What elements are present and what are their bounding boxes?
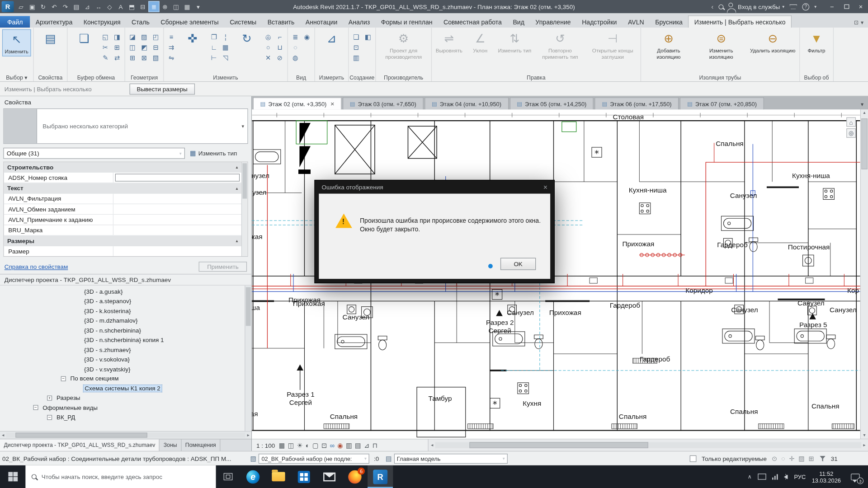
create-assembly-button[interactable]: ◧ bbox=[363, 32, 373, 42]
taskbar-app-revit[interactable]: R bbox=[368, 465, 393, 488]
section-icon[interactable]: ⊟ bbox=[137, 1, 148, 12]
tree-expander[interactable]: + bbox=[47, 395, 52, 400]
browser-tab[interactable]: Зоны bbox=[160, 439, 181, 451]
revit-app-icon[interactable]: R bbox=[2, 1, 14, 12]
ribbon-tab-steel[interactable]: Сталь bbox=[126, 16, 155, 28]
customize-qat-icon[interactable]: ▾ bbox=[193, 1, 203, 12]
dialog-close-icon[interactable]: × bbox=[543, 183, 547, 191]
chevron-down-icon[interactable]: ▾ bbox=[241, 123, 244, 129]
property-value[interactable] bbox=[113, 225, 241, 235]
close-view-icon[interactable]: × bbox=[330, 100, 335, 108]
beam-cope-button[interactable]: ◩ bbox=[139, 42, 149, 52]
dialog-title-bar[interactable]: Ошибка отображения × bbox=[315, 180, 554, 193]
close-button[interactable]: × bbox=[854, 0, 868, 13]
redo-icon[interactable]: ↷ bbox=[60, 1, 71, 12]
wall-joins-button[interactable]: ⊞ bbox=[127, 52, 138, 63]
app-store-cart-icon[interactable] bbox=[789, 4, 797, 9]
scale-button[interactable]: ◹ bbox=[220, 52, 231, 63]
properties-button[interactable]: ▤ bbox=[36, 29, 65, 48]
measure-icon[interactable]: ⊿ bbox=[82, 1, 93, 12]
properties-filter-combo[interactable]: Общие (31) ▾ bbox=[3, 148, 185, 159]
move-button[interactable]: ✜ bbox=[178, 29, 207, 48]
filter-icon[interactable] bbox=[819, 455, 826, 462]
detail-level-icon[interactable]: ▦ bbox=[279, 441, 285, 449]
browser-item[interactable]: {3D - s.zhumaev} bbox=[0, 345, 251, 354]
hide-elements-button[interactable]: ◌ bbox=[290, 42, 301, 52]
ribbon-tab-insert[interactable]: Вставить bbox=[262, 16, 300, 28]
taskbar-app-store[interactable] bbox=[291, 465, 316, 488]
view-tab[interactable]: ▤Этаж 07 (отм. +20,850) bbox=[680, 98, 764, 110]
canvas-scrollbar-horizontal[interactable]: ◄ ► bbox=[428, 439, 868, 451]
taskbar-app-mail[interactable] bbox=[316, 465, 342, 488]
unjoin-button[interactable]: ⊟ bbox=[151, 42, 161, 52]
tray-expand-icon[interactable]: ∧ bbox=[748, 474, 752, 479]
offset-geometry-button[interactable]: ▧ bbox=[151, 52, 161, 63]
worksets-icon[interactable]: ▧ bbox=[250, 455, 256, 462]
scrollbar-thumb[interactable] bbox=[242, 163, 247, 198]
array-button[interactable]: ▦ bbox=[220, 42, 231, 52]
ribbon-tab-architecture[interactable]: Архитектура bbox=[30, 16, 78, 28]
ribbon-tab-brusnika[interactable]: Брусника bbox=[650, 16, 688, 28]
modify-button[interactable]: ↖Изменить bbox=[2, 29, 31, 56]
property-section[interactable]: Размеры▴ bbox=[4, 236, 241, 246]
select-underlay-icon[interactable]: ◌ bbox=[781, 455, 785, 462]
paste-button[interactable]: ❏ bbox=[70, 29, 99, 48]
property-value[interactable] bbox=[113, 246, 241, 256]
create-similar-button[interactable]: ⊡ bbox=[351, 42, 361, 52]
ribbon-tab-massing-site[interactable]: Формы и генплан bbox=[376, 16, 438, 28]
editable-only-checkbox[interactable] bbox=[690, 455, 697, 462]
demolish-button[interactable]: ⊠ bbox=[139, 52, 149, 63]
filter-button[interactable]: ▼Фильтр bbox=[802, 29, 831, 55]
help-icon[interactable]: ? bbox=[802, 3, 809, 10]
ribbon-tab-view[interactable]: Вид bbox=[507, 16, 530, 28]
design-options-icon[interactable]: ▤ bbox=[386, 455, 392, 462]
clock[interactable]: 11:52 13.03.2026 bbox=[812, 470, 841, 483]
view-tab[interactable]: ▤Этаж 05 (отм. +14,250) bbox=[509, 98, 594, 110]
view-tab[interactable]: ▤Этаж 03 (отм. +7,650) bbox=[343, 98, 424, 110]
active-workset-combo[interactable]: 02_ВК_Рабочий набор (не подле: ▾ bbox=[259, 453, 369, 463]
add-insulation-button[interactable]: ⊕Добавить изоляцию bbox=[643, 29, 694, 61]
legend-component-button[interactable]: ▥ bbox=[351, 52, 361, 63]
scroll-right-icon[interactable]: ► bbox=[863, 443, 866, 447]
browser-item[interactable]: {3D - n.shcherbinina} bbox=[0, 325, 251, 335]
temporary-view-properties-icon[interactable]: ▤ bbox=[355, 441, 361, 449]
mirror-button[interactable]: ⇋ bbox=[166, 52, 176, 63]
browser-tab[interactable]: Помещения bbox=[181, 439, 220, 451]
print-icon[interactable]: ▤ bbox=[71, 1, 82, 12]
browser-scrollbar-vertical[interactable] bbox=[245, 286, 251, 431]
thin-lines-icon[interactable]: ≣ bbox=[148, 1, 159, 12]
taskbar-app-firefox[interactable]: 6 bbox=[342, 465, 368, 488]
ribbon-tab-avln[interactable]: AVLN bbox=[623, 16, 650, 28]
measure-tool-button[interactable]: ⊿ bbox=[317, 29, 346, 48]
browser-scrollbar-horizontal[interactable]: ◄ ► bbox=[0, 431, 251, 439]
copy-button[interactable]: ❐ bbox=[209, 32, 219, 42]
ribbon-tab-file[interactable]: Файл bbox=[0, 16, 30, 28]
isolate-elements-button[interactable]: ◍ bbox=[290, 52, 301, 63]
show-dimensions-button[interactable]: Вывести размеры bbox=[130, 83, 195, 94]
edit-type-button[interactable]: ▦ Изменить тип bbox=[190, 150, 237, 157]
text-icon[interactable]: A bbox=[115, 1, 126, 12]
property-section[interactable]: Текст▴ bbox=[4, 183, 241, 193]
browser-item[interactable]: {3D - a.stepanov} bbox=[0, 296, 251, 306]
user-icon[interactable] bbox=[728, 3, 733, 7]
scrollbar-track[interactable] bbox=[6, 433, 245, 438]
view-tab[interactable]: ▤Этаж 04 (отм. +10,950) bbox=[425, 98, 509, 110]
ribbon-tab-analyze[interactable]: Анализ bbox=[343, 16, 376, 28]
cap-open-ends-button[interactable]: ⊣Открытые концы заглушки bbox=[587, 29, 638, 61]
type-selector[interactable]: Выбрано несколько категорий ▾ bbox=[3, 108, 248, 144]
unpin-button[interactable]: ○ bbox=[263, 42, 274, 52]
minimize-button[interactable]: − bbox=[825, 0, 840, 13]
offset-button[interactable]: ⇉ bbox=[166, 42, 176, 52]
ribbon-tab-precast[interactable]: Сборные элементы bbox=[155, 16, 224, 28]
close-hidden-windows-icon[interactable]: ⊗ bbox=[160, 1, 170, 12]
thin-lines-view-button[interactable]: ≣ bbox=[290, 32, 301, 42]
action-center-button[interactable]: 3 bbox=[847, 465, 863, 488]
browser-item[interactable]: Схема системы К1 копия 2 bbox=[0, 384, 251, 393]
design-option-combo[interactable]: Главная модель ▾ bbox=[394, 453, 508, 463]
ribbon-tab-addins[interactable]: Надстройки bbox=[576, 16, 623, 28]
task-view-button[interactable] bbox=[216, 465, 241, 488]
collapse-search-icon[interactable]: ‹ bbox=[711, 3, 713, 10]
default-3d-view-icon[interactable]: ⬒ bbox=[126, 1, 137, 12]
split-face-button[interactable]: ◰ bbox=[151, 32, 161, 42]
slope-button[interactable]: ∠Уклон bbox=[466, 29, 495, 55]
